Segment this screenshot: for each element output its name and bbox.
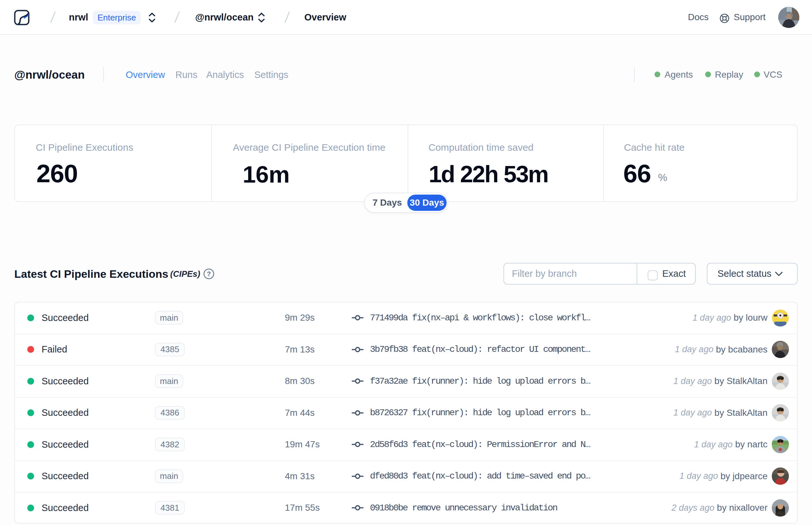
svg-text:?: ?	[207, 270, 211, 278]
